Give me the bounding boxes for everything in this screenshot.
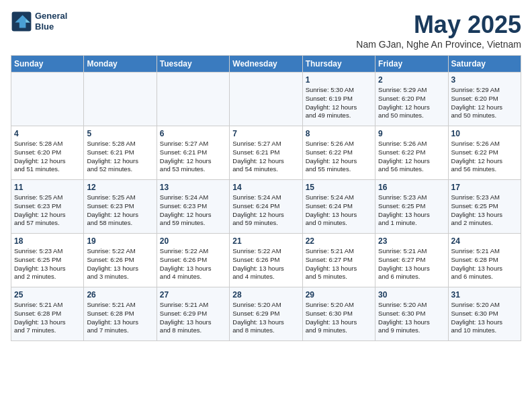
- calendar-cell: 5Sunrise: 5:28 AM Sunset: 6:21 PM Daylig…: [84, 126, 157, 180]
- day-info: Sunrise: 5:21 AM Sunset: 6:28 PM Dayligh…: [14, 301, 81, 335]
- calendar-cell: 27Sunrise: 5:21 AM Sunset: 6:29 PM Dayli…: [157, 287, 229, 341]
- day-number: 28: [232, 290, 299, 300]
- day-number: 17: [451, 183, 518, 192]
- day-number: 8: [306, 129, 372, 138]
- day-number: 18: [14, 236, 81, 246]
- weekday-header-tuesday: Tuesday: [157, 56, 229, 73]
- calendar-cell: 22Sunrise: 5:21 AM Sunset: 6:27 PM Dayli…: [302, 234, 375, 287]
- day-info: Sunrise: 5:24 AM Sunset: 6:23 PM Dayligh…: [160, 193, 226, 228]
- title-area: May 2025 Nam GJan, Nghe An Province, Vie…: [356, 11, 521, 50]
- calendar-cell: 3Sunrise: 5:29 AM Sunset: 6:20 PM Daylig…: [448, 73, 521, 126]
- day-number: 3: [451, 75, 518, 85]
- day-info: Sunrise: 5:20 AM Sunset: 6:30 PM Dayligh…: [306, 301, 372, 335]
- day-info: Sunrise: 5:26 AM Sunset: 6:22 PM Dayligh…: [451, 140, 518, 174]
- day-info: Sunrise: 5:21 AM Sunset: 6:28 PM Dayligh…: [451, 247, 518, 281]
- day-number: 10: [451, 129, 518, 138]
- calendar-week-2: 4Sunrise: 5:28 AM Sunset: 6:20 PM Daylig…: [11, 126, 521, 180]
- day-info: Sunrise: 5:26 AM Sunset: 6:22 PM Dayligh…: [306, 140, 372, 174]
- calendar-cell: 31Sunrise: 5:20 AM Sunset: 6:30 PM Dayli…: [448, 287, 521, 341]
- day-info: Sunrise: 5:23 AM Sunset: 6:25 PM Dayligh…: [14, 247, 81, 281]
- weekday-header-sunday: Sunday: [11, 56, 84, 73]
- calendar-cell: 12Sunrise: 5:25 AM Sunset: 6:23 PM Dayli…: [84, 180, 157, 234]
- location-subtitle: Nam GJan, Nghe An Province, Vietnam: [356, 39, 521, 50]
- weekday-header-wednesday: Wednesday: [230, 56, 302, 73]
- calendar-cell: 30Sunrise: 5:20 AM Sunset: 6:30 PM Dayli…: [375, 287, 448, 341]
- day-info: Sunrise: 5:22 AM Sunset: 6:26 PM Dayligh…: [160, 247, 226, 281]
- calendar-table: SundayMondayTuesdayWednesdayThursdayFrid…: [11, 55, 521, 341]
- day-number: 20: [160, 236, 226, 246]
- day-number: 27: [160, 290, 226, 300]
- calendar-cell: 14Sunrise: 5:24 AM Sunset: 6:24 PM Dayli…: [230, 180, 302, 234]
- day-number: 2: [378, 75, 445, 85]
- calendar-cell: 10Sunrise: 5:26 AM Sunset: 6:22 PM Dayli…: [448, 126, 521, 180]
- day-info: Sunrise: 5:22 AM Sunset: 6:26 PM Dayligh…: [87, 247, 153, 281]
- logo: General Blue: [11, 11, 67, 32]
- calendar-cell: 9Sunrise: 5:26 AM Sunset: 6:22 PM Daylig…: [375, 126, 448, 180]
- calendar-cell: 23Sunrise: 5:21 AM Sunset: 6:27 PM Dayli…: [375, 234, 448, 287]
- day-number: 1: [306, 75, 372, 85]
- day-info: Sunrise: 5:24 AM Sunset: 6:24 PM Dayligh…: [306, 193, 372, 228]
- day-number: 6: [160, 129, 226, 138]
- calendar-week-1: 1Sunrise: 5:30 AM Sunset: 6:19 PM Daylig…: [11, 73, 521, 126]
- logo-line1: General: [35, 11, 67, 21]
- calendar-cell: 7Sunrise: 5:27 AM Sunset: 6:21 PM Daylig…: [230, 126, 302, 180]
- calendar-cell: 25Sunrise: 5:21 AM Sunset: 6:28 PM Dayli…: [11, 287, 84, 341]
- weekday-header-saturday: Saturday: [448, 56, 521, 73]
- day-number: 11: [14, 183, 81, 192]
- day-number: 30: [378, 290, 445, 300]
- day-info: Sunrise: 5:20 AM Sunset: 6:29 PM Dayligh…: [232, 301, 299, 335]
- day-number: 23: [378, 236, 445, 246]
- day-info: Sunrise: 5:21 AM Sunset: 6:28 PM Dayligh…: [87, 301, 153, 335]
- day-info: Sunrise: 5:29 AM Sunset: 6:20 PM Dayligh…: [451, 86, 518, 120]
- day-number: 21: [232, 236, 299, 246]
- calendar-cell: 21Sunrise: 5:22 AM Sunset: 6:26 PM Dayli…: [230, 234, 302, 287]
- page-header: General Blue May 2025 Nam GJan, Nghe An …: [11, 11, 521, 50]
- day-info: Sunrise: 5:25 AM Sunset: 6:23 PM Dayligh…: [87, 193, 153, 228]
- day-number: 25: [14, 290, 81, 300]
- day-number: 7: [232, 129, 299, 138]
- calendar-cell: 24Sunrise: 5:21 AM Sunset: 6:28 PM Dayli…: [448, 234, 521, 287]
- weekday-header-row: SundayMondayTuesdayWednesdayThursdayFrid…: [11, 56, 521, 73]
- day-info: Sunrise: 5:29 AM Sunset: 6:20 PM Dayligh…: [378, 86, 445, 120]
- calendar-week-3: 11Sunrise: 5:25 AM Sunset: 6:23 PM Dayli…: [11, 180, 521, 234]
- day-number: 16: [378, 183, 445, 192]
- calendar-cell: 18Sunrise: 5:23 AM Sunset: 6:25 PM Dayli…: [11, 234, 84, 287]
- day-info: Sunrise: 5:22 AM Sunset: 6:26 PM Dayligh…: [232, 247, 299, 281]
- day-number: 24: [451, 236, 518, 246]
- calendar-cell: [157, 73, 229, 126]
- calendar-cell: 11Sunrise: 5:25 AM Sunset: 6:23 PM Dayli…: [11, 180, 84, 234]
- weekday-header-thursday: Thursday: [302, 56, 375, 73]
- calendar-cell: 20Sunrise: 5:22 AM Sunset: 6:26 PM Dayli…: [157, 234, 229, 287]
- day-number: 9: [378, 129, 445, 138]
- calendar-cell: 17Sunrise: 5:23 AM Sunset: 6:25 PM Dayli…: [448, 180, 521, 234]
- day-number: 22: [306, 236, 372, 246]
- month-title: May 2025: [356, 11, 521, 39]
- day-number: 5: [87, 129, 153, 138]
- weekday-header-friday: Friday: [375, 56, 448, 73]
- day-info: Sunrise: 5:20 AM Sunset: 6:30 PM Dayligh…: [451, 301, 518, 335]
- day-number: 19: [87, 236, 153, 246]
- day-info: Sunrise: 5:25 AM Sunset: 6:23 PM Dayligh…: [14, 193, 81, 228]
- day-info: Sunrise: 5:30 AM Sunset: 6:19 PM Dayligh…: [306, 86, 372, 120]
- day-number: 31: [451, 290, 518, 300]
- day-info: Sunrise: 5:20 AM Sunset: 6:30 PM Dayligh…: [378, 301, 445, 335]
- calendar-week-5: 25Sunrise: 5:21 AM Sunset: 6:28 PM Dayli…: [11, 287, 521, 341]
- calendar-cell: 15Sunrise: 5:24 AM Sunset: 6:24 PM Dayli…: [302, 180, 375, 234]
- day-info: Sunrise: 5:27 AM Sunset: 6:21 PM Dayligh…: [232, 140, 299, 174]
- calendar-cell: 28Sunrise: 5:20 AM Sunset: 6:29 PM Dayli…: [230, 287, 302, 341]
- calendar-cell: 16Sunrise: 5:23 AM Sunset: 6:25 PM Dayli…: [375, 180, 448, 234]
- calendar-cell: 6Sunrise: 5:27 AM Sunset: 6:21 PM Daylig…: [157, 126, 229, 180]
- calendar-cell: 4Sunrise: 5:28 AM Sunset: 6:20 PM Daylig…: [11, 126, 84, 180]
- calendar-cell: 26Sunrise: 5:21 AM Sunset: 6:28 PM Dayli…: [84, 287, 157, 341]
- logo-icon: [11, 11, 32, 32]
- calendar-week-4: 18Sunrise: 5:23 AM Sunset: 6:25 PM Dayli…: [11, 234, 521, 287]
- day-info: Sunrise: 5:28 AM Sunset: 6:21 PM Dayligh…: [87, 140, 153, 174]
- day-info: Sunrise: 5:28 AM Sunset: 6:20 PM Dayligh…: [14, 140, 81, 174]
- calendar-cell: 1Sunrise: 5:30 AM Sunset: 6:19 PM Daylig…: [302, 73, 375, 126]
- calendar-cell: [11, 73, 84, 126]
- day-number: 29: [306, 290, 372, 300]
- calendar-cell: 2Sunrise: 5:29 AM Sunset: 6:20 PM Daylig…: [375, 73, 448, 126]
- day-info: Sunrise: 5:21 AM Sunset: 6:29 PM Dayligh…: [160, 301, 226, 335]
- day-number: 13: [160, 183, 226, 192]
- day-number: 4: [14, 129, 81, 138]
